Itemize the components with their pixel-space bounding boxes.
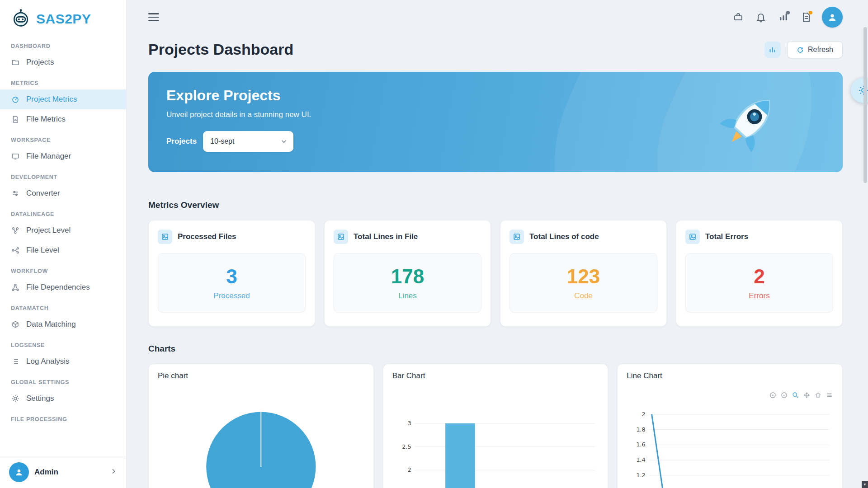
admin-profile-row[interactable]: Admin	[0, 456, 126, 488]
line-ytick: 1.8	[637, 426, 646, 433]
refresh-icon	[797, 46, 804, 53]
logs-document-icon[interactable]	[799, 10, 813, 24]
sidebar-item-label: Projects	[26, 58, 54, 67]
charts-heading: Charts	[148, 344, 843, 354]
pie-chart-title: Pie chart	[158, 371, 364, 380]
metric-image-icon	[685, 230, 700, 244]
metric-card-total-errors: Total Errors 2 Errors	[676, 220, 843, 327]
chevron-right-icon[interactable]	[110, 468, 117, 477]
metric-title: Total Lines of code	[529, 232, 599, 241]
analytics-chart-button[interactable]	[764, 42, 781, 58]
metric-value: 123	[567, 265, 600, 288]
app-logo[interactable]: SAS2PY	[0, 0, 126, 35]
network-nodes-icon	[11, 226, 20, 235]
page-title: Projects Dashboard	[148, 41, 293, 58]
pie-chart: 100.0%	[158, 383, 364, 488]
metric-stat-box: 123 Code	[509, 253, 657, 313]
metric-image-icon	[509, 230, 524, 244]
dependencies-icon	[11, 283, 20, 292]
sidebar-item-project-level[interactable]: Project Level	[0, 221, 126, 240]
metrics-overview-heading: Metrics Overview	[148, 200, 843, 210]
pan-icon[interactable]	[803, 392, 811, 399]
sidebar-item-projects[interactable]: Projects	[0, 52, 126, 72]
projects-folder-icon	[11, 58, 20, 67]
scrollbar-thumb[interactable]	[863, 27, 867, 183]
toolbox-icon[interactable]	[731, 10, 745, 24]
metric-card-total-lines-code: Total Lines of code 123 Code	[500, 220, 667, 327]
bar-chart: 3 2.5 2 1.5 Values	[392, 406, 599, 488]
robot-logo-icon	[11, 8, 31, 30]
metric-stat-box: 2 Errors	[685, 253, 833, 313]
metric-value: 3	[226, 265, 237, 288]
line-chart-title: Line Chart	[627, 371, 833, 380]
notifications-bell-icon[interactable]	[754, 10, 768, 24]
nav-section-datalineage: DATALINEAGE	[0, 203, 126, 221]
metric-card-processed-files: Processed Files 3 Processed	[148, 220, 315, 327]
nav-section-dashboard: DASHBOARD	[0, 35, 126, 52]
sidebar-item-log-analysis[interactable]: Log Analysis	[0, 352, 126, 371]
bar-chart-title: Bar Chart	[392, 371, 599, 380]
metric-value: 178	[391, 265, 424, 288]
page-content: Projects Dashboard Refresh Explore Proje…	[127, 34, 868, 488]
user-avatar-button[interactable]	[822, 7, 843, 28]
metric-value: 2	[754, 265, 764, 288]
line-ytick: 2	[642, 411, 646, 418]
sidebar-item-file-manager[interactable]: File Manager	[0, 146, 126, 166]
projects-select-label: Projects	[166, 137, 197, 146]
charts-grid: Pie chart 100.0% Bar Chart	[148, 364, 843, 488]
metrics-grid: Processed Files 3 Processed Total Lines …	[148, 220, 843, 327]
activity-chart-icon[interactable]	[777, 10, 790, 24]
line-ytick: 1.2	[637, 472, 646, 479]
sidebar-item-label: File Dependencies	[26, 283, 90, 292]
nav-section-global-settings: GLOBAL SETTINGS	[0, 371, 126, 389]
metric-unit: Code	[574, 291, 593, 300]
zoom-in-icon[interactable]	[769, 392, 777, 399]
sidebar: SAS2PY DASHBOARD Projects METRICS Projec…	[0, 0, 127, 488]
gray-badge-dot	[786, 11, 790, 14]
nav-section-development: DEVELOPMENT	[0, 166, 126, 183]
metric-image-icon	[334, 230, 348, 244]
main-area: Projects Dashboard Refresh Explore Proje…	[127, 0, 868, 488]
sidebar-item-settings[interactable]: Settings	[0, 389, 126, 408]
orange-badge-dot	[809, 11, 812, 14]
flow-branch-icon	[11, 246, 20, 255]
sidebar-item-converter[interactable]: Converter	[0, 183, 126, 203]
nav-section-datamatch: DATAMATCH	[0, 297, 126, 314]
metric-unit: Processed	[213, 291, 250, 300]
sidebar-item-file-metrics[interactable]: File Metrics	[0, 109, 126, 129]
menu-lines-icon[interactable]	[826, 392, 833, 399]
bar-ytick: 2.5	[402, 443, 411, 450]
zoom-out-icon[interactable]	[781, 392, 788, 399]
project-select-value: 10-sept	[210, 137, 234, 145]
metric-title: Total Errors	[705, 232, 748, 241]
topbar	[127, 0, 868, 34]
line-chart: 2 1.8 1.6 1.4 1.2 1	[627, 402, 833, 488]
sidebar-item-file-level[interactable]: File Level	[0, 240, 126, 260]
sidebar-item-label: Converter	[26, 189, 60, 198]
sidebar-item-label: Data Matching	[26, 320, 76, 329]
metric-card-total-lines-file: Total Lines in File 178 Lines	[324, 220, 491, 327]
sidebar-item-data-matching[interactable]: Data Matching	[0, 314, 126, 334]
plotly-modebar	[627, 390, 833, 400]
project-select[interactable]: 10-sept	[203, 131, 293, 152]
explore-projects-banner: Explore Projects Unveil project details …	[148, 72, 843, 172]
sidebar-item-label: Settings	[26, 394, 54, 403]
home-reset-icon[interactable]	[815, 392, 822, 399]
sidebar-item-file-dependencies[interactable]: File Dependencies	[0, 277, 126, 297]
sidebar-item-project-metrics[interactable]: Project Metrics	[0, 89, 126, 109]
bar-ytick: 3	[407, 420, 411, 427]
vertical-scrollbar[interactable]	[863, 0, 868, 488]
metric-title: Total Lines in File	[354, 232, 418, 241]
metric-stat-box: 178 Lines	[334, 253, 481, 313]
nav-section-workspace: WORKSPACE	[0, 129, 126, 146]
list-icon	[11, 357, 20, 366]
cube-icon	[11, 320, 20, 329]
metric-unit: Errors	[749, 291, 769, 300]
refresh-button[interactable]: Refresh	[787, 41, 843, 58]
file-chart-icon	[11, 115, 20, 124]
zoom-magnifier-icon[interactable]	[792, 392, 799, 399]
sidebar-item-label: Project Level	[26, 226, 71, 235]
admin-avatar	[9, 462, 29, 482]
sidebar-item-label: File Level	[26, 246, 59, 255]
hamburger-menu-button[interactable]	[148, 10, 162, 24]
